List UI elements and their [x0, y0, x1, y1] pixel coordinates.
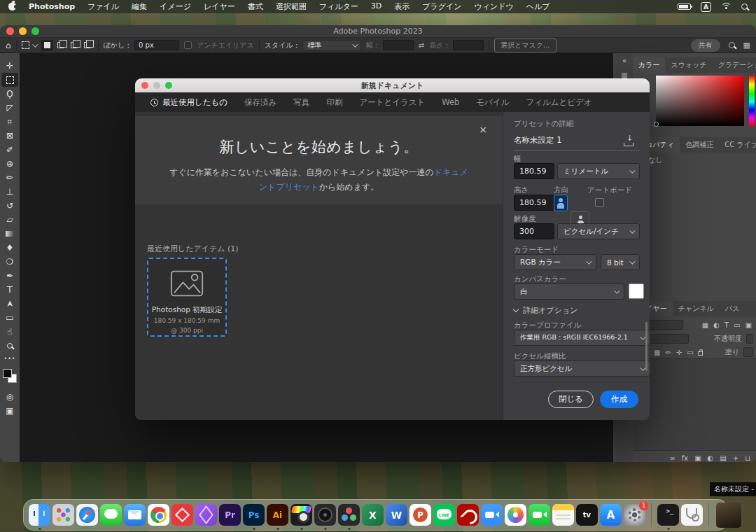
layer-action-6-icon[interactable]: ⊔: [745, 454, 750, 462]
canvas-color-dropdown[interactable]: 白: [514, 284, 624, 300]
dock-launchpad-icon[interactable]: [52, 504, 74, 526]
color-tab-2[interactable]: グラデーショ: [713, 57, 756, 73]
dock-messages-icon[interactable]: [100, 504, 122, 526]
layers-list[interactable]: [633, 358, 756, 451]
layer-lock-3-icon[interactable]: ▭: [687, 349, 693, 356]
wifi-icon[interactable]: [721, 3, 732, 10]
layer-action-3-icon[interactable]: ◐: [708, 454, 714, 462]
home-icon[interactable]: ⌂: [6, 41, 11, 50]
gradient-tool[interactable]: [1, 227, 18, 241]
menu-item-11[interactable]: ヘルプ: [526, 1, 550, 12]
layer-filter-2-icon[interactable]: T: [724, 321, 729, 329]
color-field-handle[interactable]: [654, 122, 659, 127]
dock-mail-icon[interactable]: [124, 504, 146, 526]
dialog-tab-3[interactable]: 印刷: [326, 97, 342, 108]
dialog-tab-4[interactable]: アートとイラスト: [359, 97, 425, 108]
spot-healing-brush-tool[interactable]: ⊕: [1, 157, 18, 171]
menu-item-9[interactable]: プラグイン: [422, 1, 461, 12]
eraser-tool[interactable]: ▱: [1, 213, 18, 227]
advanced-options-toggle[interactable]: 詳細オプション: [514, 305, 578, 316]
dock-zoom-icon[interactable]: [481, 504, 503, 526]
dialog-tab-0[interactable]: 最近使用したもの: [150, 97, 227, 108]
dock-word-icon[interactable]: W: [386, 504, 407, 526]
layer-action-5-icon[interactable]: +: [733, 454, 738, 462]
layer-lock-0-icon[interactable]: ▦: [654, 349, 660, 356]
menu-app-name[interactable]: Photoshop: [29, 2, 75, 11]
color-mode-dropdown[interactable]: RGB カラー: [514, 254, 596, 270]
layer-filter-3-icon[interactable]: ▭: [734, 321, 740, 329]
dock-final-cut-pro-icon[interactable]: [290, 504, 312, 526]
dock-apple-tv-icon[interactable]: tv: [576, 504, 598, 526]
more-tools-button[interactable]: •••: [4, 356, 15, 362]
battery-icon[interactable]: [678, 4, 691, 10]
layer-filter-1-icon[interactable]: ◐: [713, 321, 720, 329]
dock-notes-icon[interactable]: [552, 504, 574, 526]
close-dialog-button[interactable]: 閉じる: [548, 391, 594, 408]
clone-stamp-tool[interactable]: ⊥: [1, 185, 18, 199]
collapse-panels-icon[interactable]: «: [622, 57, 626, 64]
create-button[interactable]: 作成: [600, 391, 638, 408]
recent-item-card[interactable]: Photoshop 初期設定 180.59 x 180.59 mm @ 300 …: [147, 258, 227, 337]
height-input[interactable]: [453, 40, 484, 50]
menu-item-6[interactable]: フィルター: [319, 1, 358, 12]
dock-terminal-icon[interactable]: >_: [657, 504, 679, 526]
layer-action-4-icon[interactable]: ▤: [720, 454, 726, 462]
crop-tool[interactable]: ⌗: [1, 115, 18, 129]
workspace-switcher-icon[interactable]: ▦: [743, 41, 750, 50]
close-icon[interactable]: ×: [479, 125, 487, 134]
rectangular-marquee-tool[interactable]: [1, 73, 18, 87]
properties-tab-1[interactable]: 色調補正: [680, 137, 719, 153]
form-scrollbar[interactable]: [645, 322, 648, 371]
menu-item-7[interactable]: 3D: [371, 1, 382, 12]
type-tool[interactable]: T: [1, 283, 18, 297]
menu-item-8[interactable]: 表示: [394, 1, 410, 12]
lock-all-icon[interactable]: [698, 351, 703, 356]
style-dropdown[interactable]: 標準: [302, 40, 361, 51]
layer-action-0-icon[interactable]: ∞: [669, 454, 675, 462]
bit-depth-dropdown[interactable]: 8 bit: [601, 254, 640, 270]
dock-red-diamond-app-icon[interactable]: [172, 504, 193, 526]
dock-premiere-pro-icon[interactable]: Pr: [219, 504, 241, 526]
dock-finder-icon[interactable]: [29, 504, 50, 526]
layer-action-2-icon[interactable]: ▣: [694, 454, 701, 462]
antialias-checkbox[interactable]: [184, 41, 192, 49]
layers-tab-2[interactable]: パス: [720, 301, 745, 316]
menu-item-1[interactable]: 編集: [132, 1, 147, 12]
window-title-bar[interactable]: Adobe Photoshop 2023: [0, 25, 756, 38]
quick-mask-button[interactable]: ◎: [1, 390, 18, 404]
document-name-input[interactable]: 名称未設定 1: [514, 135, 640, 150]
path-selection-tool[interactable]: ➤: [1, 297, 18, 311]
menu-item-4[interactable]: 書式: [248, 1, 263, 12]
artboard-checkbox[interactable]: [595, 198, 604, 207]
dock-powerpoint-icon[interactable]: P: [410, 504, 431, 526]
history-brush-tool[interactable]: ↺: [1, 199, 18, 213]
dialog-tab-7[interactable]: フィルムとビデオ: [526, 97, 592, 108]
menu-item-5[interactable]: 選択範囲: [276, 1, 307, 12]
tool-preset[interactable]: [22, 41, 36, 49]
resolution-input[interactable]: [514, 223, 554, 239]
color-field[interactable]: [656, 76, 744, 126]
dock-chrome-icon[interactable]: [148, 504, 169, 526]
dock-diagnostics-app-icon[interactable]: [681, 504, 703, 526]
zoom-tool[interactable]: [1, 339, 18, 353]
layers-tab-1[interactable]: チャンネル: [673, 301, 720, 316]
screen-mode-button[interactable]: ▣: [1, 404, 18, 418]
foreground-color-swatch[interactable]: [3, 369, 12, 378]
layer-lock-2-icon[interactable]: ✛: [676, 349, 682, 356]
add-to-selection-button[interactable]: [55, 40, 66, 51]
brush-tool[interactable]: ✏: [1, 171, 18, 185]
input-source-icon[interactable]: A: [701, 2, 711, 12]
dock-line-icon[interactable]: LINE: [433, 504, 455, 526]
pen-tool[interactable]: ✒: [1, 269, 18, 283]
dialog-tab-6[interactable]: モバイル: [476, 97, 509, 108]
unit-dropdown[interactable]: ミリメートル: [557, 163, 640, 179]
apple-menu-icon[interactable]: [8, 3, 16, 10]
dock-film-reel-app-icon[interactable]: [314, 504, 336, 526]
height-input[interactable]: [514, 195, 554, 211]
dock-dark-stack-item-icon[interactable]: [716, 503, 741, 528]
search-icon[interactable]: [729, 42, 735, 48]
layer-filter-4-icon[interactable]: ▣: [746, 321, 752, 329]
dock-affinity-photo-icon[interactable]: [195, 504, 217, 526]
dialog-title-bar[interactable]: 新規ドキュメント: [135, 78, 650, 92]
dock-acrobat-icon[interactable]: [457, 504, 479, 526]
